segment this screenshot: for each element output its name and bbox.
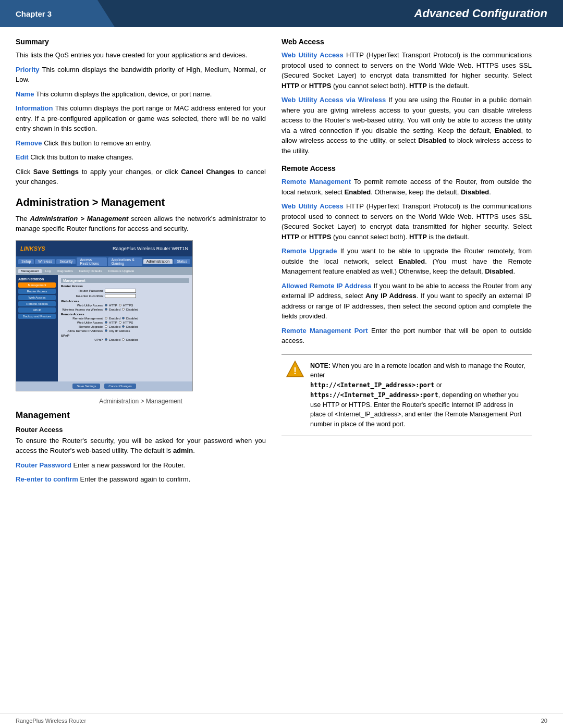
screen-web-access-heading: Web Access (61, 300, 189, 303)
screen-radio-http-btn[interactable] (105, 304, 107, 306)
screen-radio-upnp-disabled[interactable] (122, 338, 125, 341)
screen-label-remote-mgmt: Remote Management (61, 317, 103, 320)
page-footer: RangePlus Wireless Router 20 (0, 713, 563, 728)
screen-router-access-heading: Router Access (61, 285, 189, 288)
information-p: Information This column displays the por… (16, 103, 266, 134)
screen-radio-upgrade-disabled[interactable] (122, 325, 125, 328)
priority-text: This column displays the bandwidth prior… (16, 66, 266, 84)
sidebar-upnp[interactable]: UPnP (18, 307, 56, 313)
subtab-firmware[interactable]: Firmware Upgrade (106, 269, 137, 273)
screen-body: Administration Management Router Access … (16, 275, 192, 391)
tab-access-restrictions[interactable]: Access Restrictions (77, 257, 107, 266)
screen-radio-disabled-btn[interactable] (122, 308, 125, 311)
screen-save-btn[interactable]: Save Settings (72, 384, 100, 389)
remote-access-heading: Remote Access (282, 164, 532, 172)
subtab-factory-defaults[interactable]: Factory Defaults (77, 269, 105, 273)
sidebar-backup-restore[interactable]: Backup and Restore (18, 314, 56, 319)
screen-radio-upnp: Enabled Disabled (105, 338, 138, 341)
page-title: Advanced Configuration (115, 0, 563, 27)
sidebar-web-access[interactable]: Web Access (18, 295, 56, 300)
subtab-management[interactable]: Management (18, 269, 42, 273)
screen-radio-any-ip: Any IP address (105, 329, 130, 332)
screen-radio-https2-btn[interactable] (119, 321, 121, 324)
screen-label-allowed-ip: Allow Remote IP Address (61, 329, 103, 332)
router-password-p: Router Password Enter a new password for… (16, 460, 266, 471)
warning-icon: ! (286, 360, 304, 379)
subtabs: Management Log Diagnostics Factory Defau… (16, 267, 192, 275)
sidebar-router-access[interactable]: Router Access (18, 289, 56, 294)
remove-text: Click this button to remove an entry. (42, 139, 152, 147)
screen-radio-remote-enabled[interactable] (105, 317, 107, 319)
screen-label-wireless: Wireless Access via Wireless (61, 308, 103, 311)
screen-form-row-allowed-ip: Allow Remote IP Address Any IP address (61, 329, 189, 332)
linksys-logo: LINKSYS (20, 245, 45, 252)
tab-administration[interactable]: Administration (143, 259, 173, 264)
name-text: This column displays the application, de… (34, 90, 212, 98)
router-access-heading: Router Access (16, 426, 266, 434)
management-heading: Management (16, 410, 266, 421)
tab-security[interactable]: Security (56, 259, 76, 264)
tab-setup[interactable]: Setup (18, 259, 34, 264)
screen-label-upnp: UPnP (61, 338, 103, 341)
tab-status[interactable]: Status (174, 259, 190, 264)
screen-radio-https-btn[interactable] (119, 304, 121, 306)
screen-main-area: Management Router Access Router Password… (58, 275, 192, 391)
subtab-diagnostics[interactable]: Diagnostics (54, 269, 76, 273)
screen-topbar: LINKSYS RangePlus Wireless Router WRT1N (16, 241, 192, 256)
screen-label-remote-upgrade: Remote Upgrade (61, 325, 103, 328)
priority-p: Priority This column displays the bandwi… (16, 65, 266, 85)
web-wireless-p: Web Utility Access via Wireless If you a… (282, 95, 532, 156)
edit-term: Edit (16, 153, 29, 161)
admin-management-heading: Administration > Management (16, 196, 266, 208)
screen-radio-upgrade: Enabled Disabled (105, 325, 138, 328)
screen-radio-remote-disabled[interactable] (122, 317, 125, 319)
summary-p1: This lists the QoS entries you have crea… (16, 50, 266, 60)
footer-right: 20 (541, 718, 547, 724)
tab-applications[interactable]: Applications & Gaming (108, 257, 142, 266)
remote-upgrade-p: Remote Upgrade If you want to be able to… (282, 246, 532, 277)
screen-radio-http: HTTP HTTPS (105, 304, 133, 307)
remote-mgmt-port-p: Remote Management Port Enter the port nu… (282, 326, 532, 346)
sidebar-management[interactable]: Management (18, 282, 56, 288)
save-cancel-p: Click Save Settings to apply your change… (16, 167, 266, 187)
page-header: Chapter 3 Advanced Configuration (0, 0, 563, 27)
router-access-p: To ensure the Router's security, you wil… (16, 436, 266, 456)
subtab-log[interactable]: Log (43, 269, 53, 273)
router-screenshot: LINKSYS RangePlus Wireless Router WRT1N … (16, 240, 193, 391)
svg-text:!: ! (293, 366, 297, 376)
remove-p: Remove Click this button to remove an en… (16, 138, 266, 149)
priority-term: Priority (16, 66, 40, 73)
screenshot-caption: Administration > Management (16, 398, 266, 405)
screen-label-web-utility2: Web Utility Access (61, 321, 103, 324)
screen-radio-http2-btn[interactable] (105, 321, 107, 324)
screen-radio-upgrade-enabled[interactable] (105, 325, 107, 328)
screen-management-title: Management (61, 278, 189, 283)
sidebar-heading: Administration (18, 277, 56, 281)
screen-form-row-reenter: Re-enter to confirm (61, 294, 189, 298)
screen-input-password[interactable] (105, 289, 136, 293)
screen-radio-web2: HTTP HTTPS (105, 321, 133, 324)
model-text: RangePlus Wireless Router WRT1N (113, 246, 188, 251)
screen-form-row-web: Web Utility Access HTTP HTTPS (61, 304, 189, 307)
right-column: Web Access Web Utility Access HTTP (Hype… (282, 38, 532, 489)
web-utility-access2-p: Web Utility Access HTTP (HyperText Trans… (282, 201, 532, 242)
tab-wireless[interactable]: Wireless (35, 259, 55, 264)
screen-form-row-web-utility2: Web Utility Access HTTP HTTPS (61, 321, 189, 324)
screen-form-row-remote-mgmt: Remote Management Enabled Disabled (61, 317, 189, 320)
screen-cancel-btn[interactable]: Cancel Changes (104, 384, 136, 389)
screen-radio-upnp-enabled[interactable] (105, 338, 107, 341)
sidebar-remote-access[interactable]: Remote Access (18, 301, 56, 306)
note-box: ! NOTE: When you are in a remote locatio… (282, 354, 532, 436)
screen-input-reenter[interactable] (105, 294, 136, 298)
screen-radio-any-ip-btn[interactable] (105, 329, 107, 332)
information-term: Information (16, 104, 53, 112)
reenter-p: Re-enter to confirm Enter the password a… (16, 474, 266, 485)
screen-inner: LINKSYS RangePlus Wireless Router WRT1N … (16, 241, 192, 391)
screen-radio-enabled-btn[interactable] (105, 308, 107, 311)
screen-form-row-password: Router Password (61, 289, 189, 293)
chapter-label: Chapter 3 (0, 0, 115, 27)
screen-remote-heading: Remote Access (61, 313, 189, 316)
information-text: This column displays the port range or M… (16, 104, 266, 132)
footer-left: RangePlus Wireless Router (16, 718, 86, 724)
main-tabs: Setup Wireless Security Access Restricti… (16, 256, 192, 267)
